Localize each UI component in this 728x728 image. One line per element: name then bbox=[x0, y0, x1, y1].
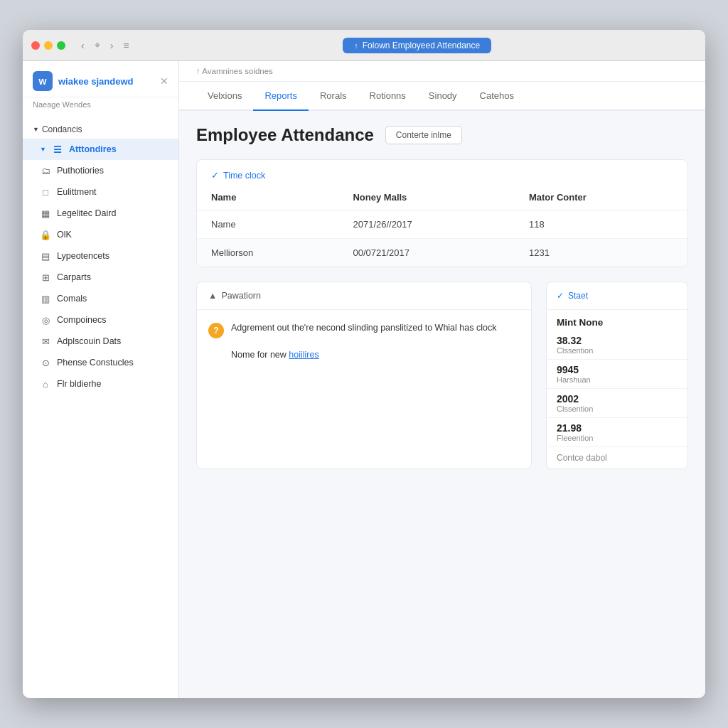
nav-section-title: Condancis bbox=[23, 120, 178, 139]
sidebar-nav: Condancis ☰ Atttondires 🗂 Puthotiories □… bbox=[23, 114, 178, 698]
app-body: w wiakee sjandewd ✕ Naeage Wendes Condan… bbox=[23, 61, 705, 698]
sidebar-item-compoinecs[interactable]: ◎ Compoinecs bbox=[23, 309, 178, 331]
stat-item-3: 2002 Clssention bbox=[547, 389, 687, 418]
alert-link-prefix: Nome for new bbox=[231, 350, 289, 360]
sidebar-item-label: Lypeotencets bbox=[57, 251, 109, 261]
col-mator-conter: Mator Conter bbox=[515, 185, 687, 210]
lypeotencets-icon: ▤ bbox=[40, 250, 51, 262]
row1-value: 118 bbox=[515, 210, 687, 239]
attendance-card: ✓ Time clock Name Noney Malls Mator Cont… bbox=[196, 159, 688, 267]
pawatiorn-body: ? Adgrement out the're necond slinding p… bbox=[197, 310, 531, 381]
window-title: Folown Employeed Attendance bbox=[343, 38, 491, 53]
flr-icon: ⌂ bbox=[40, 378, 51, 390]
eulittment-icon: □ bbox=[40, 186, 51, 198]
sidebar-item-adplscouin[interactable]: ✉ Adplscouin Dats bbox=[23, 331, 178, 352]
titlebar-center: Folown Employeed Attendance bbox=[138, 38, 697, 53]
sidebar-item-lypeotencets[interactable]: ▤ Lypeotencets bbox=[23, 245, 178, 267]
comals-icon: ▥ bbox=[40, 293, 51, 304]
forward-button[interactable]: › bbox=[107, 38, 117, 53]
sidebar-close-icon[interactable]: ✕ bbox=[160, 75, 168, 87]
titlebar: ‹ ⌖ › ≡ Folown Employeed Attendance bbox=[23, 30, 705, 61]
minimize-button[interactable] bbox=[44, 41, 53, 50]
col-noney-malls: Noney Malls bbox=[338, 185, 515, 210]
sidebar-item-label: Carparts bbox=[57, 272, 91, 282]
alert-item: ? Adgrement out the're necond slinding p… bbox=[208, 321, 520, 361]
sidebar-item-flr[interactable]: ⌂ Flr bldierhe bbox=[23, 373, 178, 395]
tab-velxions[interactable]: Velxions bbox=[196, 82, 253, 111]
stat-value-2: 9945 bbox=[557, 364, 678, 375]
time-clock-label: Time clock bbox=[223, 171, 265, 181]
maximize-button[interactable] bbox=[57, 41, 65, 50]
pawatiorn-section-title: ▲ Pawatiorn bbox=[197, 282, 531, 310]
alert-link[interactable]: hoiilires bbox=[289, 350, 318, 360]
col-name: Name bbox=[197, 185, 338, 210]
traffic-lights bbox=[31, 41, 65, 50]
attendance-table: Name Noney Malls Mator Conter Name 2071/… bbox=[197, 185, 687, 267]
brand-icon: w bbox=[33, 71, 53, 91]
close-button[interactable] bbox=[31, 41, 40, 50]
right-link[interactable]: Contce dabol bbox=[547, 447, 687, 469]
section-label: Pawatiorn bbox=[221, 291, 261, 301]
sidebar-item-label: Comals bbox=[57, 294, 87, 304]
tab-rotionns[interactable]: Rotionns bbox=[358, 82, 417, 111]
sidebar-item-puthotiories[interactable]: 🗂 Puthotiories bbox=[23, 160, 178, 181]
bookmark-icon[interactable]: ⌖ bbox=[92, 38, 103, 53]
sidebar-item-olk[interactable]: 🔒 OlK bbox=[23, 224, 178, 245]
row1-date: 2071/26//2017 bbox=[338, 210, 515, 239]
pawatiorn-card: ▲ Pawatiorn ? Adgrement out the're necon… bbox=[196, 282, 532, 469]
sidebar-item-carparts[interactable]: ⊞ Carparts bbox=[23, 267, 178, 288]
check-icon: ✓ bbox=[211, 170, 219, 181]
brand-name: wiakee sjandewd bbox=[58, 76, 134, 87]
stat-value-1: 38.32 bbox=[557, 335, 678, 346]
sidebar-item-label: Flr bldierhe bbox=[57, 379, 102, 389]
phense-icon: ⊙ bbox=[40, 357, 51, 368]
sidebar-item-label: Legelitec Daird bbox=[57, 208, 116, 218]
nav-controls: ‹ ⌖ › ≡ bbox=[78, 38, 132, 53]
sidebar-item-label: Adplscouin Dats bbox=[57, 336, 121, 346]
stat-value-4: 21.98 bbox=[557, 422, 678, 434]
sidebar-item-label: Phense Constucles bbox=[57, 358, 134, 368]
time-clock-section: ✓ Time clock bbox=[197, 160, 687, 185]
stat-label-2: Harshuan bbox=[557, 375, 678, 384]
row2-name: Melliorson bbox=[197, 239, 338, 267]
menu-icon[interactable]: ≡ bbox=[120, 38, 132, 53]
sidebar-item-legelitec[interactable]: ▦ Legelitec Daird bbox=[23, 203, 178, 224]
legelitec-icon: ▦ bbox=[40, 208, 51, 219]
tab-sinody[interactable]: Sinody bbox=[417, 82, 469, 111]
sidebar-item-eulittment[interactable]: □ Eulittment bbox=[23, 181, 178, 203]
stat-label-4: Fleeention bbox=[557, 434, 678, 442]
adplscouin-icon: ✉ bbox=[40, 336, 51, 347]
stat-item-2: 9945 Harshuan bbox=[547, 360, 687, 389]
tab-reports[interactable]: Reports bbox=[253, 82, 309, 111]
configure-button[interactable]: Conterte inlme bbox=[385, 126, 462, 144]
stat-value-3: 2002 bbox=[557, 393, 678, 405]
main-window: ‹ ⌖ › ≡ Folown Employeed Attendance w wi… bbox=[23, 30, 705, 698]
sidebar-item-label: Atttondires bbox=[69, 144, 117, 154]
alert-text: Adgrement out the're necond slinding pan… bbox=[231, 321, 496, 361]
back-button[interactable]: ‹ bbox=[78, 38, 87, 53]
page-title: Employee Attendance bbox=[196, 125, 374, 145]
content-area: Employee Attendance Conterte inlme ✓ Tim… bbox=[179, 111, 705, 698]
stat-item-1: 38.32 Clssention bbox=[547, 331, 687, 360]
table-row: Name 2071/26//2017 118 bbox=[197, 210, 687, 239]
tab-rorals[interactable]: Rorals bbox=[309, 82, 358, 111]
sidebar-brand: w wiakee sjandewd ✕ bbox=[33, 71, 168, 91]
sidebar-item-comals[interactable]: ▥ Comals bbox=[23, 288, 178, 309]
sidebar-header: w wiakee sjandewd ✕ bbox=[23, 61, 178, 97]
alert-icon: ? bbox=[208, 323, 224, 338]
bottom-section: ▲ Pawatiorn ? Adgrement out the're necon… bbox=[196, 282, 688, 483]
sidebar-item-atttondires[interactable]: ☰ Atttondires bbox=[23, 139, 178, 160]
main-content: ↑ Avamnines soidnes Velxions Reports Ror… bbox=[179, 61, 705, 698]
row1-name: Name bbox=[197, 210, 338, 239]
sidebar-user-label: Naeage Wendes bbox=[23, 97, 178, 114]
olk-icon: 🔒 bbox=[40, 229, 51, 240]
sidebar-item-label: Puthotiories bbox=[57, 166, 104, 176]
stat-label-3: Clssention bbox=[557, 405, 678, 413]
tab-catehos[interactable]: Catehos bbox=[469, 82, 525, 111]
sidebar-item-phense[interactable]: ⊙ Phense Constucles bbox=[23, 352, 178, 373]
sidebar: w wiakee sjandewd ✕ Naeage Wendes Condan… bbox=[23, 61, 179, 698]
page-header: Employee Attendance Conterte inlme bbox=[196, 125, 688, 145]
row2-value: 1231 bbox=[515, 239, 687, 267]
carparts-icon: ⊞ bbox=[40, 272, 51, 283]
staet-check-icon: ✓ bbox=[557, 291, 564, 301]
